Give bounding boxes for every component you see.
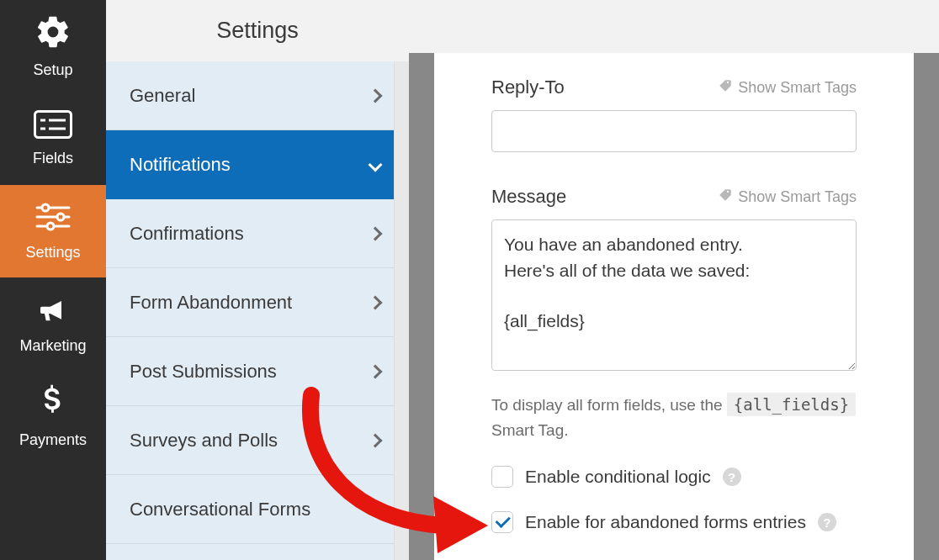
abandoned-entries-option[interactable]: Enable for abandoned forms entries ? [491, 511, 857, 533]
help-icon[interactable]: ? [818, 513, 836, 531]
option-label: Enable for abandoned forms entries [525, 512, 806, 532]
smart-tags-label: Show Smart Tags [738, 79, 857, 97]
message-textarea[interactable] [491, 219, 857, 371]
main-header-spacer [409, 0, 939, 53]
main-content: Reply-To Show Smart Tags Message [434, 53, 914, 560]
checkbox-unchecked-icon[interactable] [491, 466, 513, 488]
reply-to-input[interactable] [491, 110, 857, 152]
sidebar-item-label: Confirmations [130, 223, 244, 245]
sidebar-item-general[interactable]: General [106, 61, 409, 130]
bullhorn-icon [34, 293, 72, 330]
show-smart-tags-button[interactable]: Show Smart Tags [718, 78, 857, 98]
message-field: Message Show Smart Tags To display all f… [491, 186, 857, 533]
svg-rect-0 [35, 112, 72, 138]
gear-icon [34, 13, 72, 55]
chevron-right-icon [369, 433, 383, 447]
svg-point-8 [57, 214, 64, 220]
app-root: Setup Fields Settings Marketing [0, 0, 939, 560]
svg-point-10 [47, 223, 54, 230]
nav-label: Payments [19, 431, 87, 449]
sidebar-item-form-abandonment[interactable]: Form Abandonment [106, 268, 409, 337]
nav-settings[interactable]: Settings [0, 185, 106, 277]
secondary-panel: Settings General Notifications Confirmat… [106, 0, 409, 560]
sidebar-item-conversational-forms[interactable]: Conversational Forms [106, 475, 409, 544]
conditional-logic-option[interactable]: Enable conditional logic ? [491, 466, 857, 488]
sidebar-item-label: Form Abandonment [130, 292, 292, 314]
primary-nav: Setup Fields Settings Marketing [0, 0, 106, 560]
sidebar-item-notifications[interactable]: Notifications [106, 130, 409, 199]
secondary-list: General Notifications Confirmations Form… [106, 61, 409, 560]
option-label: Enable conditional logic [525, 467, 711, 487]
hint-text-pre: To display all form fields, use the [491, 396, 723, 414]
main-panel: Reply-To Show Smart Tags Message [409, 0, 939, 560]
show-smart-tags-button[interactable]: Show Smart Tags [718, 188, 857, 207]
nav-label: Setup [33, 61, 72, 79]
nav-payments[interactable]: Payments [0, 370, 106, 462]
chevron-right-icon [369, 295, 383, 309]
sidebar-item-label: Conversational Forms [130, 499, 310, 520]
sidebar-item-label: Notifications [130, 154, 231, 176]
tag-icon [718, 78, 733, 98]
tag-icon [718, 188, 733, 207]
page-title: Settings [216, 18, 299, 44]
nav-setup[interactable]: Setup [0, 0, 106, 92]
svg-point-6 [42, 204, 49, 211]
secondary-header: Settings [106, 0, 409, 61]
chevron-right-icon [369, 88, 383, 103]
sidebar-item-confirmations[interactable]: Confirmations [106, 199, 409, 268]
hint-text-post: Smart Tag. [491, 421, 569, 439]
sidebar-item-label: Surveys and Polls [130, 430, 278, 452]
nav-label: Fields [33, 150, 73, 167]
sidebar-item-label: General [130, 85, 195, 107]
dollar-icon [40, 383, 66, 425]
scrollbar[interactable] [394, 61, 409, 560]
sliders-icon [34, 201, 72, 237]
sidebar-item-label: Post Submissions [130, 361, 277, 383]
help-icon[interactable]: ? [723, 468, 741, 486]
list-icon [34, 110, 72, 143]
chevron-down-icon [369, 157, 383, 172]
smart-tags-label: Show Smart Tags [738, 188, 857, 206]
sidebar-item-post-submissions[interactable]: Post Submissions [106, 337, 409, 406]
reply-to-label: Reply-To [491, 77, 565, 98]
message-label: Message [491, 186, 566, 208]
chevron-right-icon [369, 226, 383, 240]
nav-marketing[interactable]: Marketing [0, 277, 106, 370]
reply-to-field: Reply-To Show Smart Tags [491, 77, 857, 152]
nav-label: Marketing [19, 337, 86, 355]
chevron-right-icon [369, 364, 383, 378]
sidebar-item-surveys-polls[interactable]: Surveys and Polls [106, 406, 409, 475]
hint-tag: {all_fields} [727, 393, 856, 416]
message-hint: To display all form fields, use the {all… [491, 393, 857, 442]
chevron-right-icon [369, 502, 383, 516]
nav-label: Settings [25, 244, 80, 262]
checkbox-checked-icon[interactable] [491, 511, 513, 533]
nav-fields[interactable]: Fields [0, 92, 106, 185]
